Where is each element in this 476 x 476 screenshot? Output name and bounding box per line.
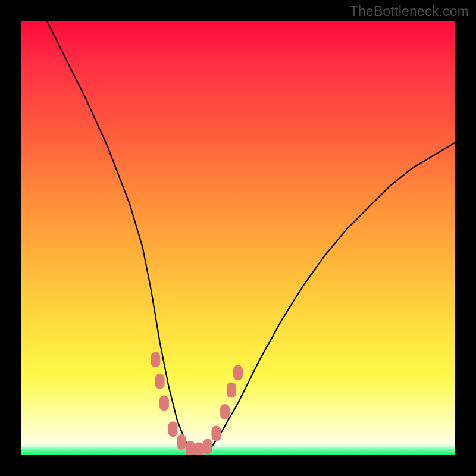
valley-marker [212,426,221,441]
valley-marker [155,374,165,389]
watermark-text: TheBottleneck.com [350,4,469,20]
valley-marker [186,441,195,455]
curve-layer [21,21,455,455]
valley-marker [227,383,236,398]
bottleneck-curve [47,21,455,451]
valley-marker [220,404,230,419]
valley-marker [177,434,186,450]
valley-marker [159,395,169,411]
valley-marker [194,442,203,455]
chart-frame: TheBottleneck.com [0,0,476,476]
plot-area [21,21,455,455]
valley-marker [168,421,178,437]
valley-marker [203,439,212,454]
valley-marker [151,352,160,367]
valley-marker [233,365,243,380]
